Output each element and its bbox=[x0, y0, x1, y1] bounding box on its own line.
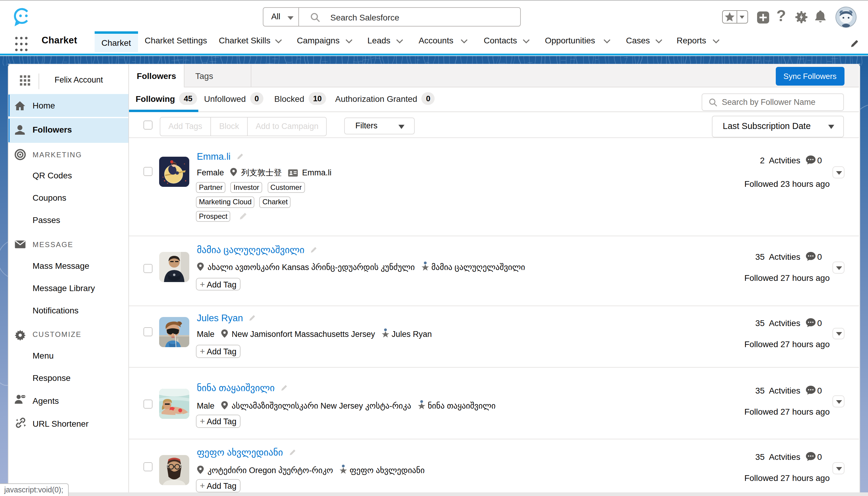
svg-text:?: ? bbox=[776, 9, 786, 24]
